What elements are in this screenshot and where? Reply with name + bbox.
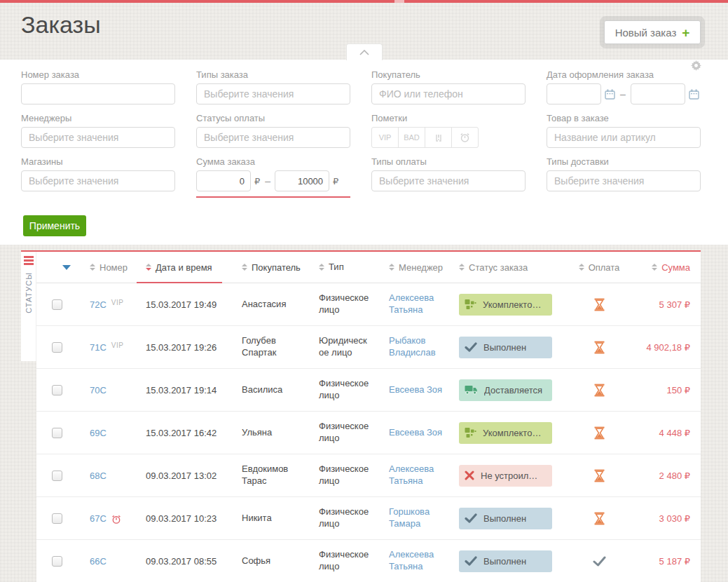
filter-marks: Пометки VIP BAD: [371, 113, 526, 148]
status-badge[interactable]: Выполнен: [459, 550, 552, 572]
manager-link[interactable]: Евсеева Зоя: [389, 384, 452, 396]
settings-gear-icon[interactable]: [691, 60, 701, 71]
row-checkbox[interactable]: [52, 342, 62, 353]
column-header-sum[interactable]: Сумма: [631, 252, 690, 283]
status-badge[interactable]: Выполнен: [459, 508, 552, 529]
shops-select[interactable]: [21, 170, 175, 191]
buyer-name: Софья: [242, 555, 305, 567]
filter-buyer: Покупатель: [371, 69, 526, 104]
done-check-icon: [465, 513, 477, 523]
sum-max-input[interactable]: [275, 170, 329, 191]
table-row: 69C 15.03.2017 16:42 Ульяна Физическое л…: [36, 412, 701, 454]
row-checkbox[interactable]: [52, 428, 62, 438]
status-badge[interactable]: Доставляется: [459, 379, 552, 401]
order-datetime: 09.03.2017 10:23: [137, 513, 231, 524]
buyer-name: Анастасия: [242, 299, 305, 311]
status-badge[interactable]: Выполнен: [459, 337, 552, 358]
order-sum: 4 448 ₽: [631, 428, 690, 438]
date-to-input[interactable]: [631, 83, 685, 104]
filter-payment-types: Типы оплаты: [371, 156, 526, 191]
buyer-name: Никита: [242, 513, 305, 525]
order-number-link[interactable]: 67C: [90, 513, 107, 524]
manager-link[interactable]: Евсеева Зоя: [389, 427, 452, 439]
mark-bad-button[interactable]: BAD: [398, 127, 425, 148]
payment-paid-check-icon: [593, 556, 606, 567]
mark-package-alert-button[interactable]: [425, 127, 452, 148]
manager-link[interactable]: Горшкова Тамара: [389, 506, 452, 530]
order-types-select[interactable]: [196, 83, 350, 104]
new-order-button[interactable]: Новый заказ +: [604, 20, 701, 44]
filter-label: Сумма заказа: [196, 156, 350, 166]
package-alert-icon: [433, 132, 444, 143]
filter-label: Менеджеры: [21, 113, 175, 123]
managers-select[interactable]: [21, 127, 175, 148]
done-check-icon: [465, 342, 477, 352]
declined-x-icon: [465, 471, 474, 480]
calendar-icon[interactable]: [689, 89, 699, 100]
order-sum: 5 307 ₽: [631, 299, 690, 310]
column-header-datetime[interactable]: Дата и время: [137, 252, 231, 283]
payment-statuses-select[interactable]: [196, 127, 350, 148]
manager-link[interactable]: Алексеева Татьяна: [389, 549, 452, 573]
filters-collapse-toggle[interactable]: [346, 43, 383, 60]
order-number-link[interactable]: 66C: [90, 556, 107, 567]
filter-label: Пометки: [371, 113, 526, 123]
buyer-type: Физическое лицо: [319, 463, 371, 487]
table-row: 70C 15.03.2017 19:14 Василиса Физическое…: [36, 369, 701, 412]
status-label: Укомплекто…: [483, 428, 541, 438]
buyer-name: Голубев Спартак: [242, 335, 305, 359]
filters-panel: Номер заказа Типы заказа Покупатель Дата…: [0, 60, 728, 245]
column-header-buyer[interactable]: Покупатель: [231, 252, 308, 283]
manager-link[interactable]: Алексеева Татьяна: [389, 292, 452, 316]
manager-link[interactable]: Алексеева Татьяна: [389, 463, 452, 487]
status-label: Не устроил…: [481, 471, 537, 481]
row-checkbox[interactable]: [52, 299, 62, 310]
done-check-icon: [465, 556, 477, 566]
row-checkbox[interactable]: [52, 385, 62, 395]
orders-table-zone: СТАТУСЫ Номер Дата и время Покупатель: [21, 250, 701, 582]
payment-types-select[interactable]: [371, 170, 526, 191]
assembled-boxes-icon: [465, 427, 476, 438]
statuses-side-tab[interactable]: СТАТУСЫ: [21, 252, 36, 361]
order-number-link[interactable]: 68C: [90, 471, 107, 481]
row-checkbox[interactable]: [52, 513, 62, 524]
sum-min-input[interactable]: [196, 170, 251, 191]
order-number-link[interactable]: 71C: [90, 342, 107, 353]
buyer-input[interactable]: [371, 83, 526, 104]
top-accent-bar: [0, 0, 728, 3]
column-label: Покупатель: [252, 262, 301, 273]
column-header-manager[interactable]: Менеджер: [378, 252, 455, 283]
payment-pending-hourglass-icon: [593, 512, 605, 525]
column-header-number[interactable]: Номер: [77, 252, 137, 283]
row-checkbox[interactable]: [52, 471, 62, 481]
filter-dropdown-icon[interactable]: [62, 265, 71, 270]
column-header-type[interactable]: Тип: [308, 252, 378, 283]
mark-vip-button[interactable]: VIP: [371, 127, 399, 148]
column-header-status[interactable]: Статус заказа: [455, 252, 568, 283]
column-label: Сумма: [661, 262, 690, 273]
column-label: Оплата: [589, 262, 620, 273]
column-header-payment[interactable]: Оплата: [568, 252, 631, 283]
overdue-clock-icon: [111, 514, 122, 525]
order-number-input[interactable]: [21, 83, 175, 104]
table-row: 71CVIP 15.03.2017 19:26 Голубев Спартак …: [36, 326, 701, 369]
order-number-link[interactable]: 69C: [90, 428, 107, 438]
row-checkbox[interactable]: [52, 556, 62, 567]
delivery-types-select[interactable]: [547, 170, 701, 191]
status-badge[interactable]: Укомплекто…: [459, 422, 552, 444]
date-from-input[interactable]: [547, 83, 601, 104]
manager-link[interactable]: Рыбаков Владислав: [389, 335, 452, 359]
payment-pending-hourglass-icon: [593, 384, 605, 397]
payment-pending-hourglass-icon: [593, 341, 605, 354]
active-sort-underline: [137, 282, 222, 283]
calendar-icon[interactable]: [605, 89, 615, 100]
status-label: Выполнен: [483, 513, 526, 524]
product-input[interactable]: [547, 127, 701, 148]
order-number-link[interactable]: 72C: [90, 299, 107, 310]
apply-button[interactable]: Применить: [23, 215, 86, 236]
plus-icon: +: [682, 26, 689, 39]
status-badge[interactable]: Укомплекто…: [459, 294, 552, 316]
order-number-link[interactable]: 70C: [90, 385, 107, 395]
mark-alarm-button[interactable]: [451, 127, 479, 148]
status-badge[interactable]: Не устроил…: [459, 465, 552, 487]
